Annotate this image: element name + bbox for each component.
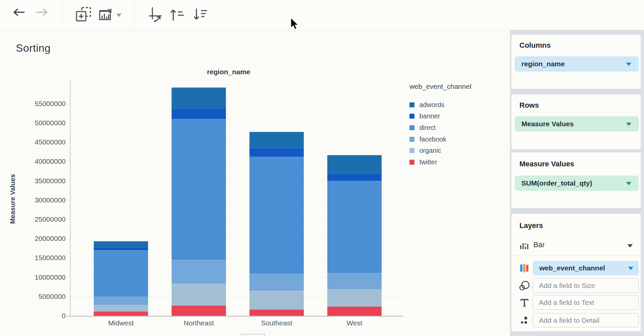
back-arrow-icon xyxy=(13,8,26,17)
bar-segment-midwest-organic[interactable] xyxy=(94,305,148,311)
shelf-panel: Columns region_name Rows Measure Values … xyxy=(510,30,644,336)
x-category-label: Northeast xyxy=(166,319,232,327)
bar-segment-west-facebook[interactable] xyxy=(327,273,382,289)
color-shelf-icon xyxy=(519,262,530,274)
panel-scrollbar-track[interactable] xyxy=(640,30,644,336)
bar-segment-west-direct[interactable] xyxy=(327,181,382,273)
toolbar-separator xyxy=(62,0,63,30)
legend-swatch xyxy=(409,148,414,153)
size-shelf-icon xyxy=(519,280,530,291)
back-button[interactable] xyxy=(13,7,27,18)
legend-swatch xyxy=(409,114,414,119)
legend-item-direct: direct xyxy=(409,122,471,134)
y-tick-label: 30000000 xyxy=(7,196,66,204)
remove-chart-icon xyxy=(98,8,113,22)
add-chart-button[interactable] xyxy=(75,6,92,23)
measure-values-field-label: SUM(order_total_qty) xyxy=(521,179,592,187)
columns-field-pill[interactable]: region_name xyxy=(515,56,639,72)
legend-item-organic: organic xyxy=(409,145,471,156)
bar-segment-west-organic[interactable] xyxy=(327,289,382,307)
y-tick-label: 20000000 xyxy=(7,235,66,243)
bar-segment-midwest-adwords[interactable] xyxy=(94,241,148,247)
detail-field-input[interactable] xyxy=(533,313,639,327)
bar-segment-west-banner[interactable] xyxy=(327,173,382,181)
layer-type-dropdown[interactable]: Bar xyxy=(511,236,641,255)
page-title: Sorting xyxy=(16,42,51,54)
layers-card: Layers Bar web_event_channel xyxy=(511,214,641,331)
layer-type-label: Bar xyxy=(533,241,545,249)
legend-item-adwords: adwords xyxy=(409,99,471,111)
sort-descending-button[interactable] xyxy=(193,7,208,22)
chevron-down-icon[interactable] xyxy=(626,182,631,185)
swap-axes-button[interactable] xyxy=(148,6,165,23)
columns-card-title: Columns xyxy=(519,41,551,50)
x-category-label: Midwest xyxy=(88,319,154,327)
add-chart-icon xyxy=(75,6,92,23)
legend-title: web_event_channel xyxy=(409,83,471,90)
bar-segment-southeast-twitter[interactable] xyxy=(249,309,304,316)
bar-segment-southeast-facebook[interactable] xyxy=(249,274,304,291)
gridline xyxy=(67,142,403,142)
remove-chart-button[interactable] xyxy=(98,7,113,23)
color-field-pill[interactable]: web_event_channel xyxy=(533,261,639,275)
measure-values-field-pill[interactable]: SUM(order_total_qty) xyxy=(515,176,639,191)
bar-segment-southeast-banner[interactable] xyxy=(249,148,304,157)
forward-arrow-icon xyxy=(35,8,48,17)
bar-chart-icon xyxy=(519,240,530,251)
text-field-input[interactable] xyxy=(533,295,639,310)
chevron-down-icon[interactable] xyxy=(626,123,631,126)
detail-shelf-icon xyxy=(519,315,530,326)
bar-segment-southeast-direct[interactable] xyxy=(249,157,304,274)
y-tick-label: 15000000 xyxy=(7,254,66,262)
bar-segment-northeast-facebook[interactable] xyxy=(172,260,226,284)
y-tick-label: 40000000 xyxy=(7,157,66,165)
bar-segment-northeast-adwords[interactable] xyxy=(172,87,226,108)
gridline xyxy=(67,104,403,104)
chart-menu-caret-button[interactable] xyxy=(115,12,123,19)
sort-descending-icon xyxy=(193,8,208,21)
bar-segment-southeast-organic[interactable] xyxy=(249,291,304,309)
legend-item-banner: banner xyxy=(409,111,471,122)
legend-label: twitter xyxy=(419,158,437,166)
swap-axes-icon xyxy=(148,7,164,23)
x-category-label: Southeast xyxy=(243,319,310,327)
bar-segment-midwest-facebook[interactable] xyxy=(94,297,148,305)
bar-segment-west-adwords[interactable] xyxy=(327,155,382,174)
rows-field-label: Measure Values xyxy=(521,120,574,128)
size-field-input[interactable] xyxy=(533,278,639,293)
y-tick-label: 50000000 xyxy=(7,119,66,127)
rows-card-title: Rows xyxy=(519,101,539,110)
y-axis-line xyxy=(70,80,71,316)
chevron-down-icon[interactable] xyxy=(626,63,631,66)
bar-segment-southeast-adwords[interactable] xyxy=(249,132,304,148)
chart-title: region_name xyxy=(146,68,311,76)
rows-field-pill[interactable]: Measure Values xyxy=(515,116,639,132)
partially-visible-box xyxy=(242,334,265,336)
legend: web_event_channel adwordsbannerdirectfac… xyxy=(409,83,471,168)
legend-label: direct xyxy=(419,124,436,132)
toolbar xyxy=(0,0,644,30)
bar-segment-midwest-direct[interactable] xyxy=(94,250,148,297)
bar-segment-midwest-twitter[interactable] xyxy=(94,311,148,316)
legend-label: organic xyxy=(419,147,441,154)
chevron-down-icon xyxy=(627,244,633,248)
y-tick-label: 0 xyxy=(7,312,66,320)
chevron-down-icon[interactable] xyxy=(628,267,633,270)
measure-values-card-title: Measure Values xyxy=(519,160,574,168)
columns-card: Columns region_name xyxy=(511,35,641,89)
y-tick-label: 55000000 xyxy=(7,100,66,108)
bar-segment-northeast-twitter[interactable] xyxy=(172,306,226,316)
y-tick-label: 25000000 xyxy=(7,215,66,223)
bar-segment-west-twitter[interactable] xyxy=(327,307,382,316)
bar-segment-northeast-banner[interactable] xyxy=(172,108,226,119)
bar-segment-midwest-banner[interactable] xyxy=(94,247,148,250)
forward-button[interactable] xyxy=(34,7,48,18)
bar-segment-northeast-direct[interactable] xyxy=(172,119,226,260)
color-field-label: web_event_channel xyxy=(539,264,605,272)
bar-segment-northeast-organic[interactable] xyxy=(172,284,226,305)
divider xyxy=(511,255,641,255)
y-tick-label: 10000000 xyxy=(7,273,66,281)
rows-card: Rows Measure Values xyxy=(511,94,641,149)
y-tick-label: 5000000 xyxy=(7,293,66,301)
sort-ascending-button[interactable] xyxy=(170,7,185,22)
